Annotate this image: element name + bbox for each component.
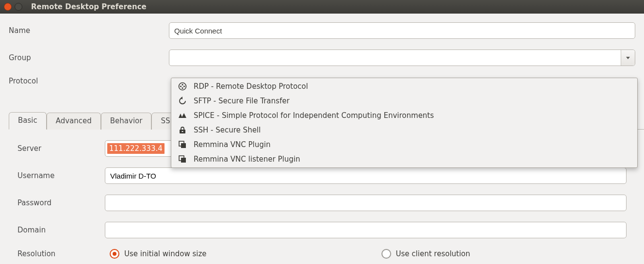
row-domain: Domain xyxy=(17,222,635,238)
protocol-option-label: RDP - Remote Desktop Protocol xyxy=(194,82,308,91)
lock-icon xyxy=(178,126,187,134)
password-input[interactable] xyxy=(105,195,627,211)
svg-point-1 xyxy=(180,85,182,87)
row-name: Name xyxy=(9,22,635,39)
resolution-option-client-label: Use client resolution xyxy=(396,249,470,258)
protocol-option-vnc-listener[interactable]: Remmina VNC listener Plugin xyxy=(171,152,637,166)
name-label: Name xyxy=(9,26,169,35)
refresh-icon xyxy=(178,97,187,105)
chevron-down-icon xyxy=(626,57,630,59)
protocol-option-vnc[interactable]: Remmina VNC Plugin xyxy=(171,137,637,152)
protocol-dropdown[interactable]: RDP - Remote Desktop Protocol SFTP - Sec… xyxy=(171,78,638,168)
svg-rect-6 xyxy=(182,131,183,132)
window-controls xyxy=(4,3,22,11)
domain-input[interactable] xyxy=(105,222,627,238)
group-combo-button[interactable] xyxy=(621,50,635,66)
tab-behavior[interactable]: Behavior xyxy=(101,113,152,130)
row-username: Username xyxy=(17,167,635,184)
protocol-label: Protocol xyxy=(9,77,169,85)
svg-point-0 xyxy=(179,83,186,90)
protocol-option-rdp[interactable]: RDP - Remote Desktop Protocol xyxy=(171,79,637,94)
copy-icon xyxy=(178,140,187,149)
row-group: Group xyxy=(9,50,635,66)
minimize-icon[interactable] xyxy=(15,3,22,11)
resolution-radio-group: Use initial window size Use client resol… xyxy=(105,249,635,259)
svg-point-3 xyxy=(182,84,183,85)
row-password: Password xyxy=(17,195,635,211)
spice-icon xyxy=(178,111,187,120)
resolution-label: Resolution xyxy=(17,249,105,258)
svg-point-2 xyxy=(183,85,185,87)
protocol-option-label: SFTP - Secure File Transfer xyxy=(194,97,290,105)
name-input[interactable] xyxy=(169,22,635,39)
radio-icon xyxy=(110,249,119,259)
protocol-option-label: SPICE - Simple Protocol for Independent … xyxy=(194,111,434,120)
protocol-option-sftp[interactable]: SFTP - Secure File Transfer xyxy=(171,94,637,108)
form-area: Name Group Protocol xyxy=(0,14,644,85)
close-icon[interactable] xyxy=(4,3,12,11)
titlebar: Remote Desktop Preference xyxy=(0,0,644,14)
tab-basic[interactable]: Basic xyxy=(9,112,47,130)
resolution-option-initial-label: Use initial window size xyxy=(124,249,207,258)
tab-advanced[interactable]: Advanced xyxy=(47,113,101,130)
svg-point-4 xyxy=(182,87,183,89)
username-input[interactable] xyxy=(105,167,627,184)
copy-icon xyxy=(178,155,187,164)
server-value-selected: 111.222.333.4 xyxy=(107,143,165,154)
row-resolution: Resolution Use initial window size Use c… xyxy=(17,249,635,259)
protocol-option-spice[interactable]: SPICE - Simple Protocol for Independent … xyxy=(171,108,637,123)
radio-icon xyxy=(381,249,391,259)
window-title: Remote Desktop Preference xyxy=(31,2,147,11)
protocol-option-label: SSH - Secure Shell xyxy=(194,126,261,134)
group-combo[interactable] xyxy=(169,50,635,66)
group-label: Group xyxy=(9,53,169,62)
svg-rect-8 xyxy=(181,143,186,148)
protocol-option-label: Remmina VNC listener Plugin xyxy=(194,155,300,164)
domain-label: Domain xyxy=(17,226,105,234)
resolution-option-client[interactable]: Use client resolution xyxy=(381,249,470,259)
server-label: Server xyxy=(17,144,105,153)
protocol-option-ssh[interactable]: SSH - Secure Shell xyxy=(171,123,637,137)
resolution-option-initial[interactable]: Use initial window size xyxy=(110,249,207,259)
rdp-icon xyxy=(178,82,187,91)
svg-rect-10 xyxy=(181,158,186,163)
password-label: Password xyxy=(17,198,105,207)
username-label: Username xyxy=(17,171,105,180)
protocol-option-label: Remmina VNC Plugin xyxy=(194,140,270,149)
